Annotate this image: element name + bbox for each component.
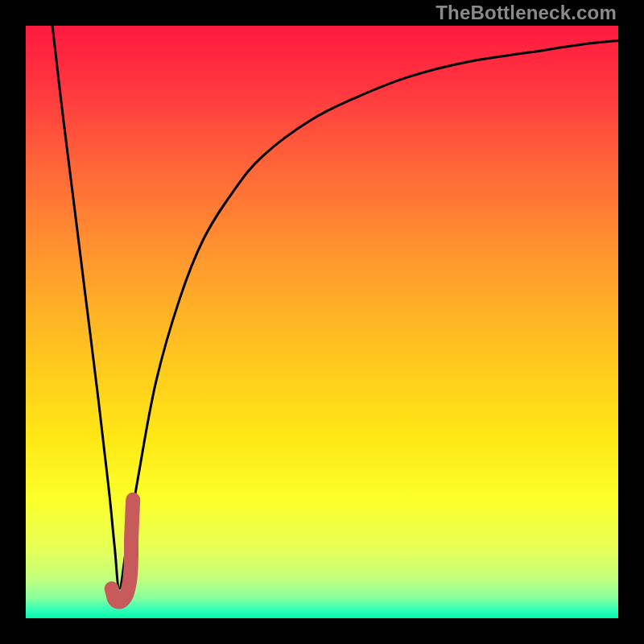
- watermark-text: TheBottleneck.com: [436, 2, 617, 24]
- plot-area: [26, 26, 618, 618]
- chart-lines: [26, 26, 618, 618]
- chart-frame: TheBottleneck.com: [0, 0, 644, 644]
